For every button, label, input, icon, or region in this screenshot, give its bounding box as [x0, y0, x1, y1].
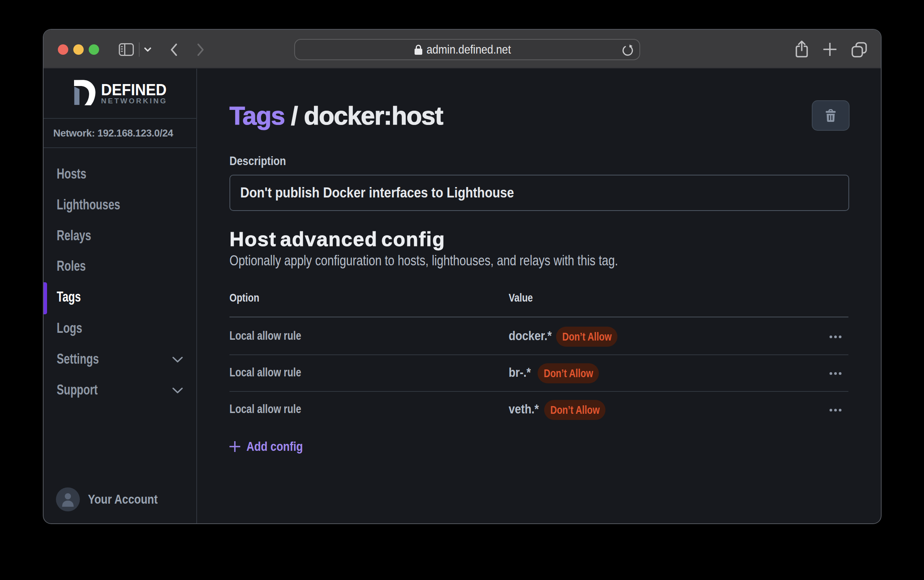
svg-text:NETWORKING: NETWORKING — [101, 97, 166, 105]
svg-text:DEFINED: DEFINED — [101, 80, 167, 99]
